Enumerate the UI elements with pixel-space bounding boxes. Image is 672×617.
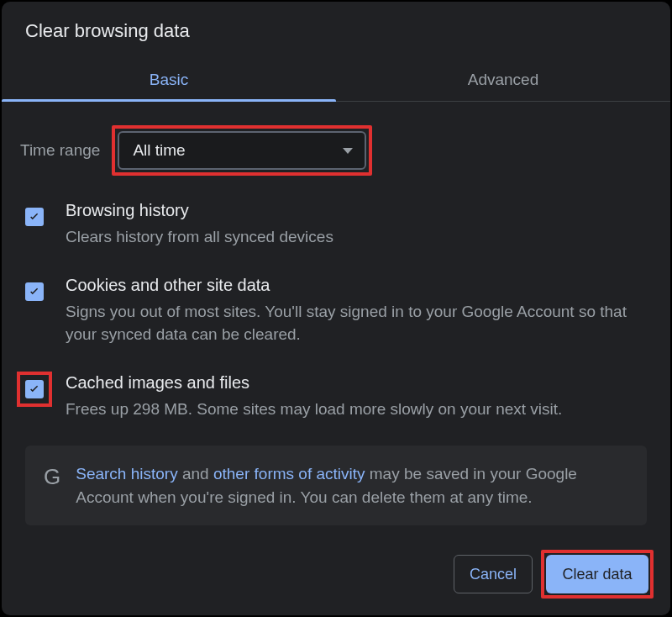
other-activity-link[interactable]: other forms of activity bbox=[213, 465, 365, 483]
time-range-row: Time range All time bbox=[25, 119, 647, 176]
option-browsing-history: Browsing history Clears history from all… bbox=[25, 199, 647, 249]
option-title: Cached images and files bbox=[66, 372, 647, 394]
checkbox-cookies[interactable] bbox=[25, 282, 44, 301]
check-icon bbox=[27, 209, 42, 224]
tab-basic[interactable]: Basic bbox=[2, 57, 336, 101]
time-range-select[interactable]: All time bbox=[118, 131, 366, 170]
search-history-link[interactable]: Search history bbox=[76, 465, 177, 483]
google-account-info: G Search history and other forms of acti… bbox=[25, 446, 647, 525]
option-desc: Clears history from all synced devices bbox=[66, 225, 647, 249]
dialog-title: Clear browsing data bbox=[2, 2, 670, 57]
time-range-value: All time bbox=[133, 141, 185, 160]
check-icon bbox=[27, 284, 42, 299]
option-title: Browsing history bbox=[66, 199, 647, 222]
google-icon: G bbox=[44, 462, 60, 488]
chevron-down-icon bbox=[343, 148, 353, 154]
option-title: Cookies and other site data bbox=[66, 274, 647, 297]
info-text: Search history and other forms of activi… bbox=[76, 462, 628, 509]
option-cookies: Cookies and other site data Signs you ou… bbox=[25, 274, 647, 346]
annotation-time-range: All time bbox=[112, 125, 372, 176]
cancel-button[interactable]: Cancel bbox=[454, 555, 533, 593]
clear-browsing-data-dialog: Clear browsing data Basic Advanced Time … bbox=[2, 2, 670, 615]
checkbox-browsing-history[interactable] bbox=[25, 208, 44, 226]
tabs: Basic Advanced bbox=[2, 57, 670, 102]
tab-advanced[interactable]: Advanced bbox=[336, 57, 670, 101]
dialog-content: Time range All time Browsing history Cle… bbox=[2, 102, 670, 525]
time-range-label: Time range bbox=[20, 141, 100, 160]
option-cached: Cached images and files Frees up 298 MB.… bbox=[25, 372, 647, 421]
annotation-clear-button: Clear data bbox=[541, 550, 654, 599]
option-desc: Signs you out of most sites. You'll stay… bbox=[66, 300, 647, 346]
checkbox-cached[interactable] bbox=[25, 380, 44, 398]
dialog-footer: Cancel Clear data bbox=[454, 550, 654, 599]
check-icon bbox=[27, 382, 42, 397]
clear-data-button[interactable]: Clear data bbox=[546, 555, 648, 593]
option-desc: Frees up 298 MB. Some sites may load mor… bbox=[66, 398, 647, 421]
annotation-cached-checkbox bbox=[17, 372, 52, 407]
